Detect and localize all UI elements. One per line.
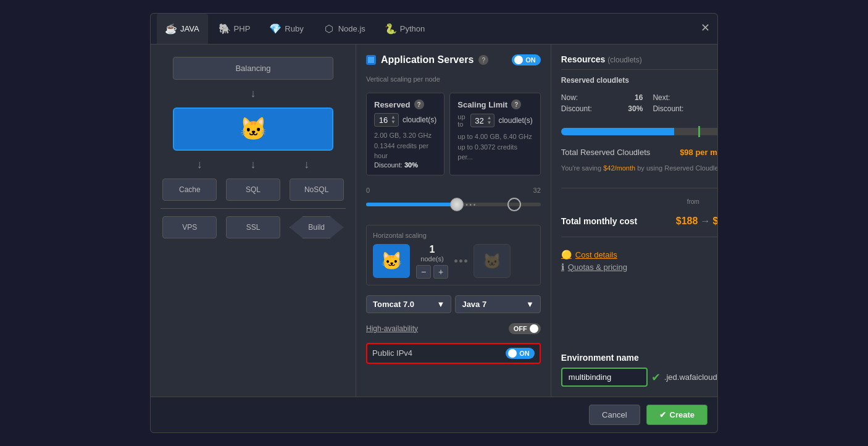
- progress-bar: [561, 128, 717, 135]
- reserved-unit-label: cloudlet(s): [403, 116, 436, 124]
- cancel-button[interactable]: Cancel: [589, 405, 640, 425]
- from-to-labels: from to ?: [561, 198, 717, 208]
- next-label: Next:: [653, 93, 670, 102]
- now-value: 16: [635, 93, 643, 102]
- close-button[interactable]: ✕: [701, 22, 710, 33]
- env-name-row: ✔ .jed.wafaicloud.com: [561, 368, 717, 387]
- create-label: Create: [670, 410, 695, 419]
- ha-toggle-dot: [530, 324, 538, 333]
- cost-arrow-icon: →: [700, 216, 710, 227]
- scaling-limit-spinner: up to 32 ▲ ▼ cloudlet(s): [457, 113, 533, 128]
- arrow-mid-icon: ↓: [250, 158, 256, 171]
- main-toggle[interactable]: ON: [512, 54, 541, 65]
- bottom-buttons-row: VPS SSL Build: [161, 216, 346, 238]
- divider1: [561, 188, 717, 188]
- range-fill: [366, 203, 457, 206]
- ha-toggle[interactable]: OFF: [509, 323, 541, 334]
- node-plus-button[interactable]: +: [433, 265, 448, 279]
- scaling-limit-value: 32: [474, 116, 486, 125]
- node-minus-button[interactable]: −: [416, 265, 431, 279]
- now-row: Now: 16: [561, 93, 643, 102]
- middle-panel: Application Servers ? ON Vertical scalin…: [356, 44, 551, 397]
- scaling-limit-info2: up to 0.3072 credits per...: [457, 142, 533, 162]
- vps-button[interactable]: VPS: [162, 216, 217, 238]
- ipv4-toggle-label: ON: [519, 350, 530, 357]
- total-reserved-value: $98 per month: [680, 148, 717, 157]
- node-count: 1: [430, 244, 435, 255]
- domain-suffix: .jed.wafaicloud.com: [664, 372, 717, 382]
- tab-python[interactable]: 🐍 Python: [377, 14, 433, 44]
- tab-nodejs[interactable]: ⬡ Node.js: [315, 14, 374, 44]
- right-handle[interactable]: [507, 198, 521, 211]
- java-icon: ☕: [165, 23, 177, 35]
- sql-button[interactable]: SQL: [226, 179, 280, 201]
- check-icon: ✔: [651, 371, 661, 384]
- dot3: [464, 259, 467, 263]
- h-scale-title: Horizontal scaling: [373, 232, 534, 239]
- resources-title: Resources (cloudlets): [561, 54, 717, 70]
- cloudlets-grid: Now: 16 Next: 20 Discount: 30% Discount:…: [561, 93, 717, 113]
- section-help-icon[interactable]: ?: [478, 55, 488, 65]
- tab-ruby-label: Ruby: [285, 24, 303, 33]
- slider-track[interactable]: • • •: [366, 195, 541, 214]
- reserved-help-icon[interactable]: ?: [414, 99, 424, 109]
- tomcat-version-select[interactable]: Tomcat 7.0 ▼: [366, 295, 451, 313]
- ha-row: High-availability OFF: [366, 323, 541, 334]
- cost-row: Total monthly cost $188 → $314: [561, 216, 717, 227]
- h-scale-content: 🐱 1 node(s) − +: [373, 244, 534, 279]
- reserved-down-arrow[interactable]: ▼: [391, 120, 396, 125]
- scaling-limit-spinner-ctrl[interactable]: 32 ▲ ▼: [470, 114, 495, 127]
- left-panel: Balancing ↓ 🐱 ↓ ↓ ↓ Cache SQL NoSQL: [151, 44, 356, 397]
- java-dropdown-arrow-icon: ▼: [526, 300, 534, 309]
- slider-labels: 0 32: [366, 187, 541, 194]
- tab-java[interactable]: ☕ JAVA: [157, 14, 208, 44]
- tomcat-version-label: Tomcat 7.0: [373, 300, 414, 309]
- disabled-node-box: 🐱: [474, 244, 511, 278]
- now-label: Now:: [561, 93, 578, 102]
- quotas-link[interactable]: ℹ Quotas & pricing: [561, 262, 717, 272]
- balancing-button[interactable]: Balancing: [173, 57, 333, 80]
- tab-php[interactable]: 🐘 PHP: [211, 14, 259, 44]
- java-version-label: Java 7: [462, 300, 486, 309]
- env-name-section: Environment name ✔ .jed.wafaicloud.com: [561, 353, 717, 387]
- dialog-body: Balancing ↓ 🐱 ↓ ↓ ↓ Cache SQL NoSQL: [151, 44, 717, 397]
- discount-now-label: Discount:: [561, 104, 592, 113]
- reserved-spinner-ctrl[interactable]: 16 ▲ ▼: [374, 113, 399, 127]
- node-tomcat-icon: 🐱: [381, 251, 403, 271]
- horizontal-scaling-section: Horizontal scaling 🐱 1 node(s) −: [366, 225, 541, 285]
- slider-section: 0 32 • • •: [366, 182, 541, 219]
- ssl-button[interactable]: SSL: [226, 216, 280, 238]
- svg-rect-0: [368, 57, 374, 63]
- create-button[interactable]: ✔ Create: [646, 405, 707, 425]
- reserved-cloudlets-label: Reserved cloudlets: [561, 76, 717, 85]
- node-buttons-row: Cache SQL NoSQL: [161, 179, 346, 201]
- scaling-limit-info: up to 4.00 GB, 6.40 GHz up to 0.3072 cre…: [457, 132, 533, 162]
- nodejs-icon: ⬡: [323, 23, 335, 35]
- cost-details-link[interactable]: 🟡 Cost details: [561, 250, 717, 259]
- tomcat-server-button[interactable]: 🐱: [173, 107, 333, 151]
- ipv4-toggle[interactable]: ON: [506, 348, 535, 359]
- tab-ruby[interactable]: 💎 Ruby: [261, 14, 312, 44]
- java-version-select[interactable]: Java 7 ▼: [455, 295, 540, 313]
- quotas-icon: ℹ: [561, 262, 564, 272]
- dots-row: [454, 259, 467, 263]
- scaling-limit-box: Scaling Limit ? up to 32 ▲ ▼ cloudlet(s): [449, 93, 541, 175]
- cost-details-icon: 🟡: [561, 250, 572, 259]
- ipv4-row: Public IPv4 ON: [366, 343, 541, 364]
- dialog-footer: Cancel ✔ Create: [151, 397, 717, 432]
- env-name-input[interactable]: [561, 368, 648, 387]
- cache-button[interactable]: Cache: [162, 179, 217, 201]
- nosql-button[interactable]: NoSQL: [290, 179, 344, 201]
- ipv4-label: Public IPv4: [372, 348, 502, 358]
- scaling-limit-help-icon[interactable]: ?: [511, 99, 521, 109]
- scaling-limit-down-arrow[interactable]: ▼: [487, 120, 492, 125]
- scaling-limit-arrows: ▲ ▼: [487, 116, 492, 125]
- build-button[interactable]: Build: [290, 216, 344, 238]
- dot2: [459, 259, 462, 263]
- ha-link[interactable]: High-availability: [366, 324, 418, 333]
- right-panel: Resources (cloudlets) Reserved cloudlets…: [551, 44, 717, 397]
- disabled-node-icon: 🐱: [483, 253, 501, 270]
- balance-label: Balancing: [235, 64, 270, 73]
- total-cost-label: Total monthly cost: [561, 216, 637, 226]
- left-handle[interactable]: [450, 198, 464, 211]
